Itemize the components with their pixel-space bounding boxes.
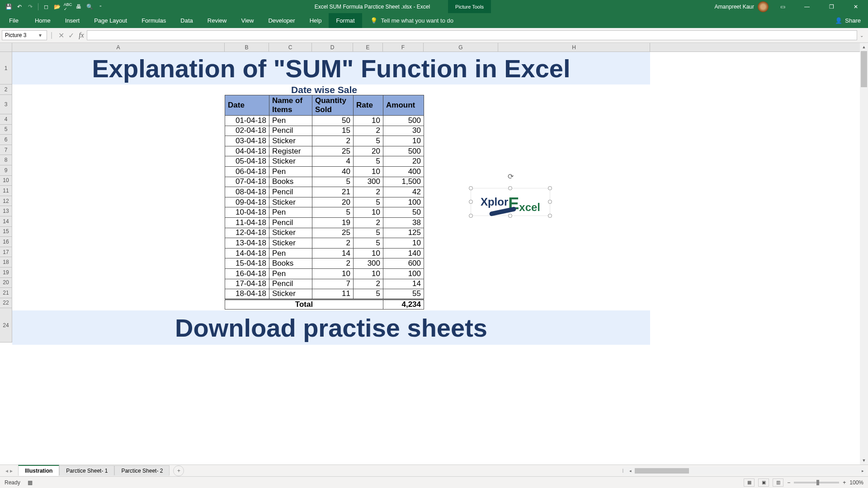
table-cell[interactable]: 30 — [383, 126, 424, 136]
table-cell[interactable]: 1,500 — [383, 177, 424, 187]
table-cell[interactable]: 25 — [312, 146, 354, 156]
table-cell[interactable]: 5 — [312, 177, 354, 187]
tab-insert[interactable]: Insert — [58, 13, 87, 28]
table-cell[interactable]: 38 — [383, 217, 424, 228]
name-box[interactable]: Picture 3 ▾ — [2, 30, 47, 40]
scroll-thumb[interactable] — [861, 51, 867, 87]
table-cell[interactable]: 4 — [312, 156, 354, 167]
add-sheet-button[interactable]: + — [173, 465, 184, 476]
row-header-21[interactable]: 21 — [0, 288, 12, 298]
col-header-B[interactable]: B — [225, 43, 269, 52]
sheet-prev-icon[interactable]: ◂ — [5, 468, 8, 474]
col-header-G[interactable]: G — [424, 43, 498, 52]
table-cell[interactable]: Sticker — [269, 228, 312, 238]
maximize-icon[interactable]: ❐ — [821, 0, 842, 13]
col-header-H[interactable]: H — [498, 43, 650, 52]
table-cell[interactable]: Sticker — [269, 197, 312, 207]
table-cell[interactable]: 10 — [354, 166, 383, 177]
table-cell[interactable]: 15-04-18 — [225, 258, 269, 269]
row-header-16[interactable]: 16 — [0, 237, 12, 247]
col-header-E[interactable]: E — [353, 43, 383, 52]
zoom-level[interactable]: 100% — [849, 479, 863, 486]
table-cell[interactable]: Pencil — [269, 126, 312, 136]
cells-area[interactable]: Explanation of "SUM" Function in Excel D… — [12, 52, 860, 465]
row-header-14[interactable]: 14 — [0, 216, 12, 227]
table-cell[interactable]: 14-04-18 — [225, 248, 269, 258]
row-header-7[interactable]: 7 — [0, 145, 12, 155]
table-cell[interactable]: 10 — [354, 268, 383, 279]
row-header-10[interactable]: 10 — [0, 176, 12, 186]
table-cell[interactable]: 12-04-18 — [225, 228, 269, 238]
table-cell[interactable]: 5 — [354, 197, 383, 207]
table-cell[interactable]: 14 — [383, 279, 424, 289]
tab-view[interactable]: View — [234, 13, 261, 28]
table-cell[interactable]: 2 — [354, 126, 383, 136]
page-break-view-icon[interactable]: ▥ — [773, 479, 783, 487]
table-cell[interactable]: 55 — [383, 289, 424, 300]
table-cell[interactable]: 15 — [312, 126, 354, 136]
name-box-dropdown-icon[interactable]: ▾ — [37, 32, 44, 38]
table-cell[interactable]: 10 — [354, 207, 383, 218]
row-header-5[interactable]: 5 — [0, 125, 12, 135]
table-cell[interactable]: Sticker — [269, 289, 312, 300]
table-cell[interactable]: 11-04-18 — [225, 217, 269, 228]
table-cell[interactable]: Pen — [269, 268, 312, 279]
table-cell[interactable]: Pen — [269, 248, 312, 258]
quickprint-icon[interactable]: 🖶 — [74, 2, 84, 12]
zoom-slider[interactable] — [794, 482, 839, 483]
open-icon[interactable]: 📂 — [52, 2, 62, 12]
row-header-13[interactable]: 13 — [0, 206, 12, 216]
table-cell[interactable]: 2 — [312, 258, 354, 269]
table-cell[interactable]: 10 — [312, 268, 354, 279]
table-cell[interactable]: 01-04-18 — [225, 116, 269, 126]
table-cell[interactable]: Pen — [269, 166, 312, 177]
table-cell[interactable]: Pencil — [269, 279, 312, 289]
rotate-handle-icon[interactable]: ⟳ — [508, 172, 514, 181]
table-cell[interactable]: 10 — [383, 136, 424, 146]
col-header-C[interactable]: C — [269, 43, 312, 52]
vertical-scrollbar[interactable]: ▲ ▼ — [860, 43, 868, 465]
table-cell[interactable]: Pencil — [269, 187, 312, 197]
table-cell[interactable]: 10 — [354, 248, 383, 258]
table-cell[interactable]: 20 — [354, 146, 383, 156]
close-icon[interactable]: ✕ — [845, 0, 866, 13]
table-cell[interactable]: 20 — [312, 197, 354, 207]
tab-format[interactable]: Format — [329, 13, 362, 28]
row-header-9[interactable]: 9 — [0, 165, 12, 176]
table-cell[interactable]: 05-04-18 — [225, 156, 269, 167]
table-cell[interactable]: 2 — [312, 238, 354, 249]
table-cell[interactable]: 5 — [354, 228, 383, 238]
table-cell[interactable]: 02-04-18 — [225, 126, 269, 136]
row-header-24[interactable]: 24 — [0, 308, 12, 343]
col-header-D[interactable]: D — [312, 43, 353, 52]
table-cell[interactable]: 21 — [312, 187, 354, 197]
row-header-12[interactable]: 12 — [0, 196, 12, 206]
table-cell[interactable]: Books — [269, 177, 312, 187]
table-cell[interactable]: 2 — [312, 136, 354, 146]
table-cell[interactable]: 2 — [354, 187, 383, 197]
ribbon-options-icon[interactable]: ▭ — [772, 0, 793, 13]
table-cell[interactable]: 06-04-18 — [225, 166, 269, 177]
fx-icon[interactable]: fx — [79, 31, 84, 39]
table-cell[interactable]: 100 — [383, 197, 424, 207]
table-cell[interactable]: 10 — [383, 238, 424, 249]
row-header-22[interactable]: 22 — [0, 298, 12, 309]
row-header-18[interactable]: 18 — [0, 257, 12, 267]
worksheet-grid[interactable]: ABCDEFGH 1234567891011121314151617181920… — [0, 43, 868, 465]
row-header-6[interactable]: 6 — [0, 135, 12, 145]
table-cell[interactable]: 07-04-18 — [225, 177, 269, 187]
table-cell[interactable]: 10 — [354, 116, 383, 126]
table-cell[interactable]: 25 — [312, 228, 354, 238]
table-cell[interactable]: 300 — [354, 177, 383, 187]
macro-record-icon[interactable]: ▦ — [28, 479, 33, 486]
cancel-formula-icon[interactable]: ✕ — [56, 30, 66, 40]
table-cell[interactable]: 400 — [383, 166, 424, 177]
tab-help[interactable]: Help — [302, 13, 329, 28]
col-header-A[interactable]: A — [12, 43, 225, 52]
horizontal-scrollbar[interactable]: ⁞ ◂ ▸ — [622, 467, 866, 474]
page-layout-view-icon[interactable]: ▣ — [758, 479, 769, 487]
table-cell[interactable]: 5 — [354, 136, 383, 146]
table-cell[interactable]: 08-04-18 — [225, 187, 269, 197]
table-cell[interactable]: 2 — [354, 279, 383, 289]
table-cell[interactable]: Sticker — [269, 136, 312, 146]
